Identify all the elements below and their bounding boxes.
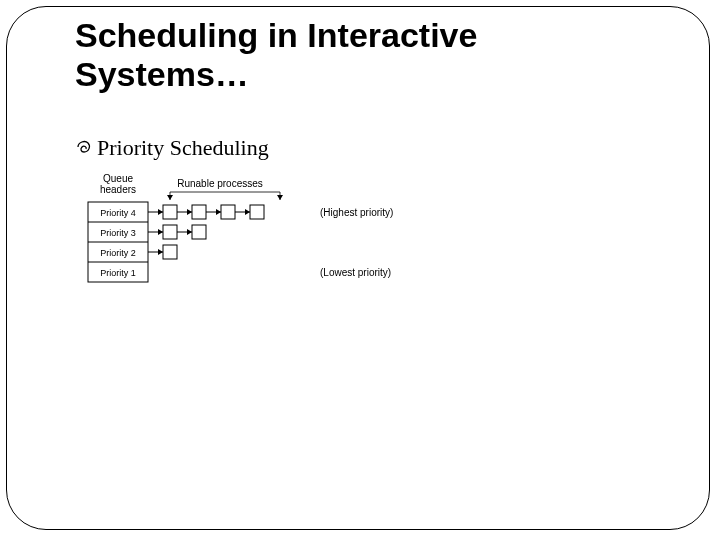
- svg-marker-17: [158, 229, 163, 235]
- row-note-1: (Highest priority): [320, 207, 393, 218]
- row-label-1: Priority 4: [100, 208, 136, 218]
- process-box: [163, 245, 177, 259]
- row-label-4: Priority 1: [100, 268, 136, 278]
- label-queue-headers-1: Queue: [103, 173, 133, 184]
- process-box: [192, 205, 206, 219]
- swirl-icon: [75, 138, 93, 159]
- svg-marker-10: [187, 209, 192, 215]
- svg-marker-4: [277, 195, 283, 200]
- svg-marker-2: [167, 195, 173, 200]
- process-box: [163, 225, 177, 239]
- process-box: [250, 205, 264, 219]
- row-label-2: Priority 3: [100, 228, 136, 238]
- process-box: [192, 225, 206, 239]
- bullet-text: Priority Scheduling: [97, 135, 269, 161]
- svg-marker-19: [187, 229, 192, 235]
- svg-marker-14: [245, 209, 250, 215]
- row-label-3: Priority 2: [100, 248, 136, 258]
- label-queue-headers-2: headers: [100, 184, 136, 195]
- svg-marker-22: [158, 249, 163, 255]
- label-runable-processes: Runable processes: [177, 178, 263, 189]
- svg-marker-12: [216, 209, 221, 215]
- title-line-2: Systems…: [75, 55, 249, 93]
- process-box: [221, 205, 235, 219]
- svg-marker-8: [158, 209, 163, 215]
- title-line-1: Scheduling in Interactive: [75, 16, 477, 54]
- bullet-item: Priority Scheduling: [75, 135, 269, 161]
- priority-queues-diagram: Queue headers Runable processes Priority…: [80, 170, 440, 310]
- page-title: Scheduling in Interactive Systems…: [75, 16, 477, 94]
- row-note-4: (Lowest priority): [320, 267, 391, 278]
- process-box: [163, 205, 177, 219]
